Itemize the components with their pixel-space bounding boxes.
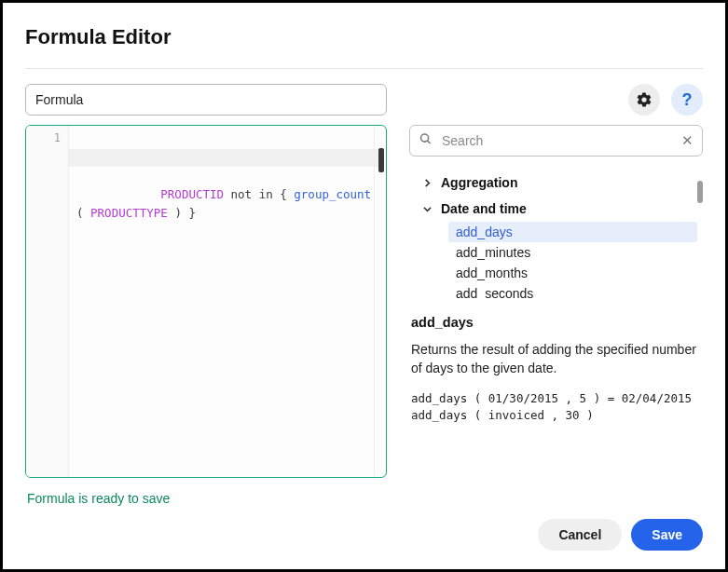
token-keyword: not in { — [224, 187, 294, 201]
function-label: add_months — [456, 266, 528, 280]
code-editor[interactable]: 1 PRODUCTID not in { group_count ( PRODU… — [25, 125, 387, 478]
clear-icon[interactable]: ✕ — [681, 132, 694, 149]
formula-name-input[interactable] — [25, 84, 387, 116]
function-label: add_minutes — [456, 245, 530, 260]
category-date-time[interactable]: Date and time — [420, 196, 697, 222]
function-item-add-days[interactable]: add_days — [448, 222, 697, 242]
function-item-add-seconds[interactable]: add_seconds — [448, 283, 697, 300]
line-gutter: 1 — [26, 126, 69, 477]
cancel-button[interactable]: Cancel — [538, 519, 622, 551]
detail-example: add_days ( 01/30/2015 , 5 ) = 02/04/2015… — [411, 390, 701, 424]
token-paren: ) } — [168, 206, 196, 220]
search-input[interactable] — [409, 125, 703, 157]
function-list: Aggregation Date and time add_days add_m… — [409, 170, 703, 300]
function-item-add-months[interactable]: add_months — [448, 263, 697, 283]
category-label: Date and time — [441, 201, 527, 216]
svg-line-1 — [428, 141, 431, 143]
chevron-down-icon — [420, 205, 433, 213]
page-title: Formula Editor — [25, 25, 171, 49]
code-area[interactable]: PRODUCTID not in { group_count ( PRODUCT… — [69, 126, 386, 477]
editor-scroll-marker — [378, 148, 384, 172]
question-icon: ? — [682, 90, 693, 110]
active-line-highlight — [69, 149, 380, 167]
svg-point-0 — [421, 134, 429, 142]
search-icon — [419, 132, 433, 150]
header-divider — [25, 68, 703, 69]
line-number: 1 — [54, 131, 61, 144]
code-ruler — [374, 126, 375, 477]
gear-icon — [636, 91, 652, 108]
status-text: Formula is ready to save — [25, 478, 387, 506]
save-button[interactable]: Save — [631, 519, 703, 551]
function-item-add-minutes[interactable]: add_minutes — [448, 242, 697, 263]
function-label: add_days — [456, 225, 513, 239]
category-label: Aggregation — [441, 175, 517, 190]
chevron-right-icon — [420, 179, 433, 187]
token-column: PRODUCTTYPE — [90, 206, 168, 220]
detail-description: Returns the result of adding the specifi… — [411, 341, 701, 377]
function-label: add_seconds — [456, 286, 533, 300]
help-button[interactable]: ? — [671, 84, 703, 116]
sidebar-scrollbar[interactable] — [697, 181, 703, 203]
token-function: group_count — [294, 187, 371, 201]
detail-title: add_days — [411, 315, 701, 330]
token-column: PRODUCTID — [160, 187, 224, 201]
category-aggregation[interactable]: Aggregation — [420, 170, 697, 196]
settings-button[interactable] — [628, 84, 660, 116]
function-detail: add_days Returns the result of adding th… — [409, 311, 703, 424]
